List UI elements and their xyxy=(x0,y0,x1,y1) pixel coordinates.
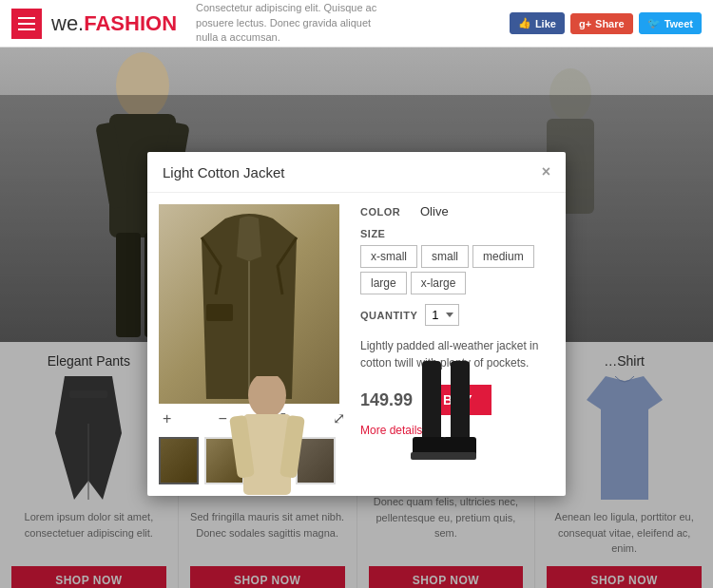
size-options: x-small small medium xyxy=(360,245,554,268)
pants-svg xyxy=(46,376,131,500)
header-tagline: Consectetur adipiscing elit. Quisque ac … xyxy=(196,1,386,45)
quantity-row: QUANTITY 1 2 3 4 5 xyxy=(360,304,554,326)
thumbs-up-icon: 👍 xyxy=(518,17,531,29)
modal-header: Light Cotton Jacket × xyxy=(147,152,566,193)
modal-close-button[interactable]: × xyxy=(542,163,550,180)
expand-icon[interactable]: ⤢ xyxy=(333,409,345,427)
logo-fashion: FASHION xyxy=(84,11,177,35)
svg-rect-16 xyxy=(422,361,441,442)
size-section: SIZE x-small small medium large x-large xyxy=(360,228,554,294)
boots-svg xyxy=(403,361,489,484)
jacket-svg xyxy=(187,209,311,399)
svg-point-12 xyxy=(248,376,286,418)
product-image-1 xyxy=(46,376,131,500)
svg-rect-17 xyxy=(451,361,470,442)
logo: we.FASHION xyxy=(51,11,177,36)
modal-overlay: Light Cotton Jacket × xyxy=(0,95,713,588)
logo-we: we. xyxy=(51,11,84,35)
tweet-label: Tweet xyxy=(665,18,693,29)
size-label: SIZE xyxy=(360,228,554,239)
like-button[interactable]: 👍 Like xyxy=(510,12,565,34)
quantity-select[interactable]: 1 2 3 4 5 xyxy=(425,304,459,326)
like-label: Like xyxy=(535,18,556,29)
share-button[interactable]: g+ Share xyxy=(570,13,633,34)
product-image-4 xyxy=(582,376,667,500)
share-icon: g+ xyxy=(579,18,591,29)
product-image-3 xyxy=(403,361,489,484)
svg-rect-11 xyxy=(69,390,107,398)
svg-rect-21 xyxy=(441,452,476,460)
svg-rect-9 xyxy=(206,304,233,321)
modal-title: Light Cotton Jacket xyxy=(163,164,284,180)
product-image-2 xyxy=(224,376,310,500)
zoom-in-icon[interactable]: + xyxy=(163,410,171,427)
quantity-label: QUANTITY xyxy=(360,310,417,321)
size-xsmall[interactable]: x-small xyxy=(360,245,417,268)
product-main-image xyxy=(159,204,339,404)
hamburger-menu[interactable] xyxy=(11,9,42,39)
size-medium[interactable]: medium xyxy=(472,245,534,268)
svg-rect-19 xyxy=(411,452,446,460)
color-value: Olive xyxy=(420,204,449,218)
product-modal: Light Cotton Jacket × xyxy=(147,152,566,496)
color-row: COLOR Olive xyxy=(360,204,554,218)
thumbnail-1[interactable] xyxy=(159,437,199,484)
social-buttons: 👍 Like g+ Share 🐦 Tweet xyxy=(510,12,702,34)
casual-svg xyxy=(224,376,310,500)
modal-body: + − ↺ ⤢ xyxy=(147,193,566,496)
header: we.FASHION Consectetur adipiscing elit. … xyxy=(0,0,713,47)
share-label: Share xyxy=(595,18,625,29)
shirt-svg xyxy=(582,376,667,500)
color-label: COLOR xyxy=(360,206,413,218)
size-small[interactable]: small xyxy=(421,245,469,268)
size-options-row2: large x-large xyxy=(360,272,554,294)
tweet-button[interactable]: 🐦 Tweet xyxy=(639,12,702,34)
size-xlarge[interactable]: x-large xyxy=(411,272,467,294)
twitter-icon: 🐦 xyxy=(647,17,661,29)
size-large[interactable]: large xyxy=(360,272,407,294)
